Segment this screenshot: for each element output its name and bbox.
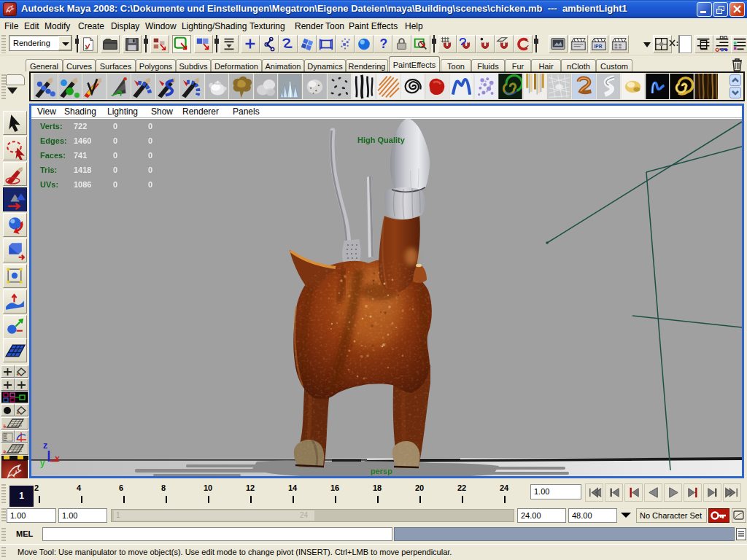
- svg-text:z: z: [43, 440, 48, 451]
- svg-text:0: 0: [113, 122, 117, 131]
- svg-text:0: 0: [113, 136, 117, 145]
- svg-text:0: 0: [113, 166, 117, 174]
- svg-text:persp: persp: [371, 467, 392, 475]
- svg-text:0: 0: [148, 180, 152, 189]
- svg-text:x: x: [55, 454, 60, 464]
- svg-text:Edges:: Edges:: [40, 136, 67, 145]
- svg-text:741: 741: [74, 151, 87, 160]
- svg-text:IPR: IPR: [595, 44, 603, 49]
- svg-text:1418: 1418: [74, 166, 91, 174]
- svg-text:0: 0: [113, 180, 117, 189]
- svg-text:1086: 1086: [74, 180, 91, 189]
- svg-text:1460: 1460: [74, 136, 91, 145]
- svg-text:0: 0: [148, 136, 152, 145]
- svg-text:0: 0: [148, 151, 152, 160]
- svg-text:722: 722: [74, 122, 87, 131]
- svg-text:0: 0: [148, 122, 152, 131]
- svg-text:Verts:: Verts:: [40, 122, 63, 131]
- svg-text:?: ?: [379, 36, 387, 51]
- svg-text:Tris:: Tris:: [40, 166, 57, 174]
- svg-text:UVs:: UVs:: [40, 180, 58, 189]
- svg-text:y: y: [40, 458, 45, 468]
- svg-text:High Quality: High Quality: [357, 136, 406, 144]
- svg-text:Faces:: Faces:: [40, 151, 66, 160]
- svg-text:0: 0: [148, 166, 152, 174]
- svg-text:0: 0: [113, 151, 117, 160]
